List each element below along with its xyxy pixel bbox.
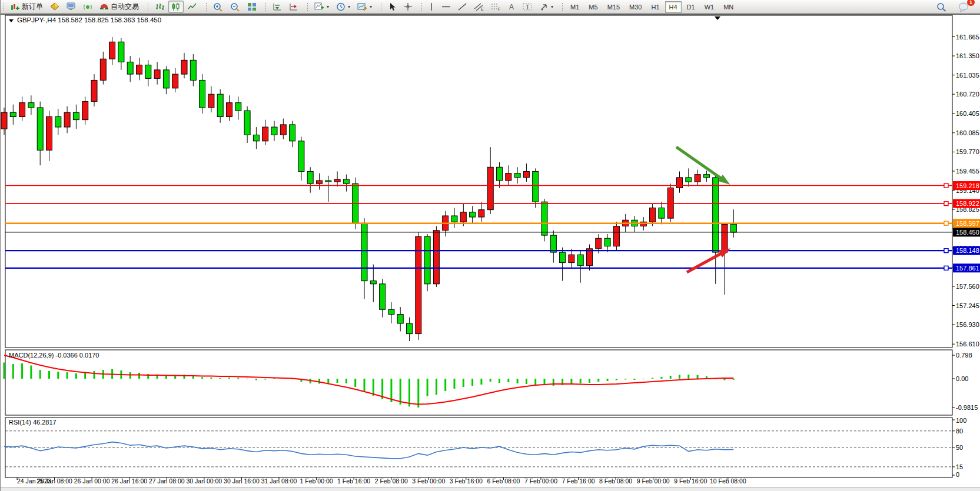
candlestick-chart-button[interactable] (168, 1, 184, 13)
line-chart-button[interactable] (185, 1, 200, 13)
price-tick-label: 160.085 (956, 129, 979, 136)
chat-button[interactable]: 1 (955, 1, 972, 13)
candle-body (82, 102, 88, 120)
timeframe-w1-button[interactable]: W1 (700, 1, 719, 13)
main-toolbar: 新订单 自动交易 (1, 0, 980, 15)
price-badges: 159.218158.922158.597158.450158.148157.8… (953, 181, 980, 272)
candle-body (667, 188, 673, 218)
candlestick-chart-icon (171, 2, 181, 11)
equidistant-channel-icon: E (474, 2, 484, 11)
fibonacci-button[interactable]: F (488, 1, 504, 13)
vertical-line-button[interactable] (426, 1, 437, 13)
hline-handle[interactable] (944, 266, 948, 270)
signal-icon (83, 2, 92, 11)
tile-windows-icon (247, 2, 257, 11)
arrows-button[interactable]: ▾ (537, 1, 556, 13)
equidistant-channel-button[interactable]: E (471, 1, 487, 13)
time-tick-label: 1 Feb 16:00 (337, 477, 370, 485)
candle-body (460, 212, 466, 222)
timeframe-h4-button[interactable]: H4 (665, 1, 682, 13)
timeframe-d1-button[interactable]: D1 (683, 1, 699, 13)
candle-body (713, 178, 719, 252)
time-tick-label: 26 Jan 16:00 (111, 477, 147, 485)
candle-body (190, 60, 196, 80)
candle-body (263, 127, 268, 141)
candle-body (677, 178, 683, 188)
crosshair-button[interactable] (400, 1, 416, 13)
candle-body (542, 202, 547, 235)
timeframe-h1-button[interactable]: H1 (647, 1, 663, 13)
bar-chart-button[interactable] (152, 1, 167, 13)
horizontal-line-button[interactable] (438, 1, 454, 13)
candle-body (497, 167, 503, 181)
toolbar-group-standard: 新订单 自动交易 (1, 0, 145, 14)
line-chart-icon (188, 2, 197, 11)
navigator-button[interactable] (64, 1, 79, 13)
time-tick-label: 30 Jan 00:00 (186, 477, 222, 485)
candle-body (722, 224, 727, 252)
templates-button[interactable]: ▾ (354, 1, 375, 13)
candle-body (343, 179, 349, 183)
candle-body (200, 80, 205, 108)
time-tick-label: 26 Jan 00:00 (74, 477, 110, 485)
time-axis[interactable]: 24 Jan 202325 Jan 08:0026 Jan 00:0026 Ja… (17, 477, 746, 485)
chart-shift-button[interactable] (286, 1, 301, 13)
periods-dropdown-caret: ▾ (348, 4, 350, 9)
periods-button[interactable]: ▾ (333, 1, 353, 13)
new-order-icon (11, 3, 20, 11)
rsi-tick-label: 80 (956, 427, 963, 435)
bar-chart-icon (155, 2, 164, 11)
cursor-icon (388, 2, 396, 11)
candle-body (451, 216, 457, 222)
navigator-icon (67, 2, 76, 11)
chart-area[interactable]: 161.665161.350161.035160.720160.405160.0… (1, 15, 980, 491)
candle-body (604, 238, 610, 246)
new-order-button[interactable]: 新订单 (8, 1, 46, 13)
indicators-button[interactable]: ▾ (311, 1, 332, 13)
candle-body (550, 235, 556, 252)
mt4-terminal-window: 新订单 自动交易 (0, 0, 980, 491)
zoom-in-button[interactable] (210, 1, 226, 13)
candle-body (208, 94, 214, 108)
candle-body (334, 179, 340, 182)
autotrade-button[interactable]: 自动交易 (97, 1, 142, 13)
candle-body (730, 224, 736, 232)
bottom-scroll-strip[interactable] (1, 487, 980, 491)
search-button[interactable] (934, 1, 949, 13)
hline-handle[interactable] (944, 183, 948, 188)
timeframe-mn-button[interactable]: MN (719, 1, 738, 13)
candle-body (28, 103, 34, 108)
candle-body (244, 111, 250, 135)
templates-icon (357, 2, 367, 11)
chart-canvas[interactable]: 161.665161.350161.035160.720160.405160.0… (1, 15, 980, 491)
timeframe-m1-button[interactable]: M1 (566, 1, 583, 13)
market-watch-button[interactable] (47, 1, 62, 13)
timeframe-m5-button[interactable]: M5 (584, 1, 602, 13)
candle-body (695, 175, 700, 182)
rsi-tick-label: 50 (956, 444, 963, 451)
text-label-button[interactable]: T (520, 1, 536, 13)
timeframe-m30-button[interactable]: M30 (625, 1, 646, 13)
candle-body (506, 173, 511, 181)
tile-windows-button[interactable] (244, 1, 260, 13)
zoom-out-button[interactable] (227, 1, 243, 13)
hline-handle[interactable] (944, 249, 948, 253)
cursor-button[interactable] (385, 1, 399, 13)
timeframe-m15-button[interactable]: M15 (603, 1, 624, 13)
arrows-dropdown-caret: ▾ (551, 4, 553, 9)
signal-button[interactable] (80, 1, 95, 13)
time-tick-label: 7 Feb 16:00 (562, 477, 595, 485)
hline-handle[interactable] (944, 221, 948, 225)
trendline-button[interactable] (455, 1, 470, 13)
hline-handle[interactable] (944, 202, 948, 206)
text-button[interactable]: A (505, 1, 519, 13)
candle-body (424, 236, 430, 284)
candle-body (253, 135, 259, 141)
candle-body (317, 181, 323, 183)
price-badge-label: 157.861 (956, 265, 979, 272)
candle (667, 183, 673, 222)
time-tick-label: 10 Feb 08:00 (710, 477, 746, 485)
auto-scroll-button[interactable] (270, 1, 285, 13)
candle-body (19, 103, 25, 117)
candle-body (514, 173, 520, 178)
